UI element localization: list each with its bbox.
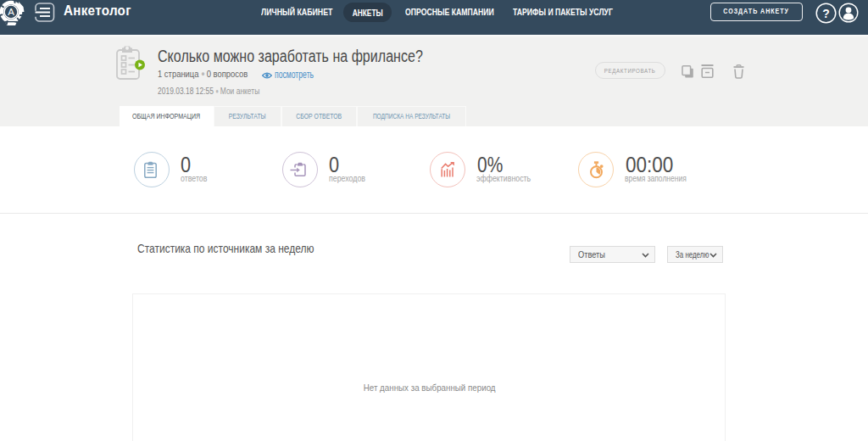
svg-text:?: ?	[822, 7, 830, 20]
svg-text:A: A	[8, 7, 14, 17]
